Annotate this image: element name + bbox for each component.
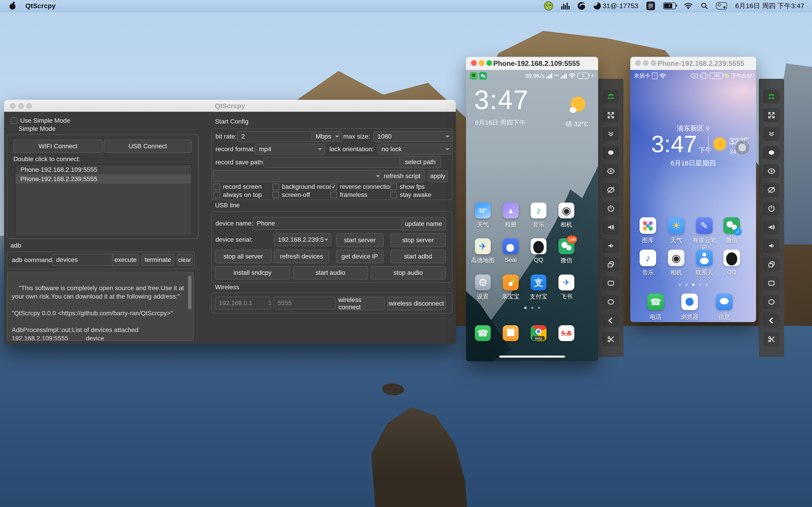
toolbar-pull-notification-button[interactable]	[764, 127, 779, 140]
update-name-button[interactable]: update name	[401, 217, 446, 231]
toolbar-screen-cut-button[interactable]	[764, 333, 779, 346]
record-save-path-input[interactable]	[263, 157, 400, 168]
phone1-home-indicator[interactable]	[499, 355, 565, 357]
close-button[interactable]	[635, 60, 641, 66]
option-checkbox-show-fps[interactable]: show fps	[390, 183, 425, 190]
app-icon-微信[interactable]: 189	[558, 238, 574, 254]
app-icon-微信[interactable]: ✓	[723, 217, 740, 234]
app-icon-设置[interactable]: ⚙	[475, 275, 491, 290]
max-size-combo[interactable]: 1080	[373, 131, 453, 142]
phone1-screen[interactable]: 89.9K/s HD 5 ⚡ 3:47 6月16日 周四下午 晴 32°C 32…	[466, 70, 598, 361]
counter-menu-item[interactable]: 31@·17753	[594, 2, 638, 10]
menubar-app-name[interactable]: QtScrcpy	[26, 2, 55, 10]
app-icon-联系人[interactable]	[696, 250, 713, 266]
wireless-connect-button[interactable]: wireless connect	[338, 297, 385, 310]
close-button[interactable]	[471, 60, 477, 66]
app-icon-信息[interactable]	[716, 293, 732, 310]
start-adbd-button[interactable]: start adbd	[390, 250, 446, 263]
toolbar-hide-screen-button[interactable]	[764, 183, 779, 197]
app-icon-高德地图[interactable]: ✈	[475, 238, 491, 254]
toolbar-volume-down-button[interactable]	[603, 239, 619, 252]
wireless-port-input[interactable]: 5555	[273, 297, 336, 309]
toolbar-app-switch-button[interactable]	[764, 258, 779, 271]
toolbar-back-button[interactable]	[764, 314, 779, 327]
clear-button[interactable]: clear	[177, 254, 193, 266]
toolbar-volume-up-button[interactable]	[764, 220, 779, 234]
wifi-icon[interactable]	[684, 3, 693, 9]
menubar-clock[interactable]: 6月16日 周四 下午3:47	[735, 1, 804, 11]
app-icon-dock-2[interactable]: Beta	[530, 325, 547, 341]
apply-button[interactable]: apply	[427, 170, 448, 182]
control-center-icon[interactable]	[716, 2, 727, 9]
toolbar-group-control-button[interactable]	[603, 90, 619, 103]
app-icon-dock-0[interactable]: ☎	[475, 325, 491, 341]
toolbar-show-screen-button[interactable]	[603, 164, 619, 178]
option-checkbox-screen-off[interactable]: screen-off	[272, 191, 310, 199]
adb-command-input[interactable]: devices	[52, 254, 115, 266]
app-icon-相册[interactable]: ▲	[503, 203, 519, 218]
stats-bars-icon[interactable]	[561, 2, 570, 9]
wifi-connect-button[interactable]: WIFI Connect	[13, 139, 103, 153]
terminate-button[interactable]: terminate	[141, 254, 174, 266]
bit-rate-input[interactable]: 2	[237, 131, 313, 142]
console-scrollbar[interactable]	[188, 275, 192, 309]
app-icon-dock-3[interactable]: 头条	[558, 325, 574, 341]
phone2-screen[interactable]: 未插卡 ! 100 下午3:47 浦东新区 ⚲ 3:47下午 32℃ 34 / …	[630, 70, 756, 322]
app-icon-浏览器[interactable]	[681, 293, 698, 310]
app-icon-dock-1[interactable]	[503, 325, 519, 341]
device-list-item[interactable]: Phone-192.168.2.239:5555	[15, 174, 192, 183]
refresh-script-button[interactable]: refresh script	[379, 170, 425, 182]
device-list[interactable]: Phone-192.168.2.109:5555Phone-192.168.2.…	[15, 165, 192, 236]
app-icon-天气[interactable]: 32°	[475, 203, 491, 218]
toolbar-screenshot-button[interactable]	[764, 146, 779, 159]
get-device-ip-button[interactable]: get device IP	[336, 250, 384, 263]
refresh-devices-button[interactable]: refresh devices	[274, 250, 329, 263]
stop-audio-button[interactable]: stop audio	[371, 266, 446, 280]
zoom-button[interactable]	[651, 60, 656, 66]
device-serial-combo[interactable]: 192.168.2.239:5	[274, 233, 332, 246]
toolbar-fullscreen-button[interactable]	[603, 108, 619, 122]
start-server-button[interactable]: start server	[336, 233, 384, 247]
assistive-ball[interactable]	[735, 140, 750, 155]
app-icon-飞书[interactable]: ✈	[558, 275, 574, 290]
app-icon-支付宝[interactable]: 支	[530, 275, 547, 290]
wireless-disconnect-button[interactable]: wireless disconnect	[387, 297, 446, 310]
toolbar-power-button[interactable]	[603, 202, 619, 215]
phone1-titlebar[interactable]: Phone-192.168.2.109:5555	[466, 57, 598, 70]
swirl-menu-icon[interactable]	[578, 2, 586, 10]
app-icon-相机[interactable]: ◉	[558, 203, 574, 218]
toolbar-screenshot-button[interactable]	[603, 146, 619, 159]
option-checkbox-background-record[interactable]: background record	[272, 183, 335, 190]
stop-server-button[interactable]: stop server	[390, 233, 446, 247]
minimize-button[interactable]	[643, 60, 649, 66]
app-icon-音乐[interactable]: ♪	[530, 203, 547, 218]
toolbar-menu-button[interactable]	[764, 276, 779, 290]
toolbar-pull-notification-button[interactable]	[603, 127, 619, 140]
toolbar-hide-screen-button[interactable]	[603, 183, 619, 197]
start-audio-button[interactable]: start audio	[293, 266, 368, 280]
toolbar-show-screen-button[interactable]	[764, 164, 779, 178]
install-sndcpy-button[interactable]: install sndcpy	[215, 266, 290, 280]
record-format-combo[interactable]: mp4	[255, 144, 325, 155]
apple-menu-icon[interactable]	[9, 2, 16, 10]
app-icon-亲宝宝[interactable]	[503, 275, 519, 290]
minimize-button[interactable]	[479, 60, 485, 66]
toolbar-home-button[interactable]	[603, 295, 619, 309]
toolbar-group-control-button[interactable]	[764, 90, 779, 103]
device-name-input[interactable]: Phone	[253, 217, 402, 230]
app-icon-音乐[interactable]: ♪	[640, 250, 656, 266]
device-list-item[interactable]: Phone-192.168.2.109:5555	[15, 165, 192, 174]
app-icon-有道云笔记[interactable]: ✎	[696, 217, 713, 234]
toolbar-volume-down-button[interactable]	[764, 239, 779, 252]
app-icon-天气[interactable]: ☀	[668, 217, 684, 234]
input-source-icon[interactable]: 拼	[646, 2, 655, 10]
option-checkbox-record-screen[interactable]: record screen	[214, 183, 262, 190]
toolbar-volume-up-button[interactable]	[603, 220, 619, 234]
app-icon-图库[interactable]	[640, 217, 656, 234]
android-status-icon[interactable]	[544, 1, 553, 10]
select-path-button[interactable]: select path	[399, 156, 441, 168]
toolbar-power-button[interactable]	[764, 202, 779, 215]
toolbar-home-button[interactable]	[764, 295, 779, 309]
app-icon-Seal[interactable]	[503, 238, 519, 254]
option-checkbox-always-on-top[interactable]: always on top	[214, 191, 262, 199]
